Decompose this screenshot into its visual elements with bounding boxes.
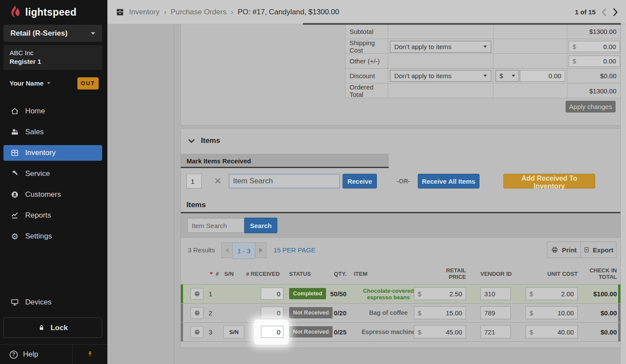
- sidebar-item-label: Settings: [25, 232, 52, 241]
- hammer-icon: [10, 169, 19, 178]
- results-count: 3 Results: [188, 238, 215, 262]
- table-row: 2 Not Received 0/20 Bag of coffee $ $: [181, 303, 620, 322]
- po-pager-count: 1 of 15: [575, 8, 596, 16]
- column-header-qty[interactable]: QTY.: [329, 263, 346, 284]
- person-icon: [10, 190, 19, 199]
- register-name: Register 1: [10, 57, 96, 66]
- discount-unit-select[interactable]: $: [496, 70, 519, 82]
- sort-caret-icon: [210, 272, 213, 275]
- pin-sidebar-button[interactable]: [73, 350, 107, 359]
- collapse-chevron-icon[interactable]: [188, 139, 195, 143]
- items-table-body: 1 Completed 50/50 Chocolate-covered espr…: [181, 284, 620, 342]
- row-print-button[interactable]: [190, 307, 203, 319]
- received-quantity-input[interactable]: [261, 326, 283, 338]
- row-number: 3: [209, 323, 212, 341]
- sidebar-item-label: Devices: [25, 298, 51, 307]
- vertical-scrollbar[interactable]: [621, 24, 626, 364]
- inventory-drawer-icon: [115, 7, 125, 17]
- items-search-input[interactable]: [187, 218, 244, 233]
- add-received-to-inventory-button[interactable]: Add Received To Inventory: [503, 174, 595, 189]
- sidebar-item-devices[interactable]: Devices: [3, 295, 102, 310]
- sidebar-item-customers[interactable]: Customers: [3, 187, 102, 202]
- column-header-retail-price[interactable]: RETAIL PRICE: [443, 263, 466, 284]
- user-name-label: Your Name: [10, 79, 43, 87]
- apply-changes-button[interactable]: Apply changes: [566, 101, 616, 113]
- retail-price-input[interactable]: [421, 287, 466, 300]
- sidebar-item-label: Sales: [25, 128, 44, 136]
- discount-amount-input[interactable]: [520, 70, 565, 82]
- subtotal-row: Subtotal $1300.00: [346, 24, 620, 39]
- content-area: Subtotal $1300.00 Shipping Cost Don’t ap…: [107, 24, 626, 364]
- sidebar-item-sales[interactable]: Sales: [3, 124, 102, 140]
- receive-item-search-input[interactable]: [229, 174, 340, 189]
- column-header-unit-cost[interactable]: UNIT COST: [543, 263, 578, 284]
- sidebar-item-label: Home: [25, 107, 45, 116]
- lightspeed-logo[interactable]: lightspeed: [9, 4, 77, 20]
- column-header-status[interactable]: STATUS: [289, 263, 311, 284]
- lock-icon: [38, 324, 45, 331]
- sidebar: lightspeed Retail (R-Series) ABC Inc Reg…: [0, 0, 107, 364]
- column-header-number[interactable]: #: [216, 263, 219, 284]
- export-file-icon: x: [583, 246, 589, 254]
- chevron-down-icon: [483, 75, 487, 77]
- column-header-check-in-total[interactable]: CHECK IN TOTAL: [587, 263, 617, 284]
- totals-table: Subtotal $1300.00 Shipping Cost Don’t ap…: [345, 24, 620, 98]
- receive-quantity-input[interactable]: [186, 174, 202, 189]
- sidebar-item-inventory[interactable]: Inventory: [3, 145, 102, 161]
- serial-number-button[interactable]: S/N: [223, 325, 244, 338]
- discount-apply-select[interactable]: Don’t apply to items: [390, 70, 491, 82]
- print-button[interactable]: Print: [547, 242, 581, 258]
- receive-all-items-button[interactable]: Receive All Items: [418, 174, 479, 189]
- retail-price-input[interactable]: [421, 306, 466, 319]
- triangle-left-icon: [225, 248, 229, 253]
- pager-range[interactable]: 1 - 3: [233, 242, 255, 259]
- previous-po-chevron-icon[interactable]: [601, 7, 607, 17]
- clock-out-button[interactable]: OUT: [77, 77, 99, 89]
- shipping-amount-field[interactable]: $ 0.00: [569, 41, 620, 52]
- pager-next-button[interactable]: [255, 242, 266, 258]
- currency-symbol: $: [526, 328, 533, 336]
- product-selector[interactable]: Retail (R-Series): [3, 25, 102, 42]
- help-button[interactable]: ? Help: [0, 350, 72, 359]
- pager-previous-button[interactable]: [221, 242, 233, 258]
- retail-price-input[interactable]: [421, 325, 466, 338]
- column-header-received[interactable]: # RECEIVED: [246, 263, 280, 284]
- breadcrumb-purchase-orders[interactable]: Purchase Orders: [171, 8, 227, 17]
- row-status-stripe: [618, 285, 620, 303]
- account-box[interactable]: ABC Inc Register 1: [3, 45, 102, 70]
- chevron-down-icon: [47, 82, 50, 84]
- other-amount: 0.00: [603, 57, 619, 65]
- topbar: Inventory › Purchase Orders › PO: #17, C…: [107, 0, 626, 24]
- app-root: lightspeed Retail (R-Series) ABC Inc Reg…: [0, 0, 626, 364]
- row-print-button[interactable]: [190, 326, 203, 338]
- shipping-apply-select[interactable]: Don’t apply to items: [390, 41, 491, 53]
- vendor-id-input[interactable]: [480, 306, 511, 319]
- check-in-total: $100.00: [563, 285, 617, 303]
- user-menu[interactable]: Your Name: [10, 79, 50, 87]
- export-button[interactable]: x Export: [580, 242, 616, 258]
- received-quantity-input[interactable]: [261, 288, 283, 300]
- items-search-button[interactable]: Search: [244, 218, 277, 233]
- next-po-chevron-icon[interactable]: [613, 7, 618, 17]
- sidebar-item-home[interactable]: Home: [3, 103, 102, 119]
- received-quantity-input[interactable]: [261, 307, 283, 319]
- page-left-border: [174, 24, 174, 364]
- results-row: 3 Results 1 - 3 15 PER PAGE Print x: [181, 238, 620, 262]
- breadcrumb-separator: ›: [164, 8, 166, 17]
- or-label: -OR-: [393, 174, 414, 189]
- clear-icon[interactable]: ✕: [212, 174, 223, 189]
- sidebar-item-reports[interactable]: Reports: [3, 208, 102, 223]
- sidebar-item-settings[interactable]: ⚙ Settings: [3, 228, 102, 244]
- row-print-button[interactable]: [190, 288, 203, 300]
- other-amount-field[interactable]: $ 0.00: [569, 56, 620, 67]
- column-header-item[interactable]: ITEM: [354, 263, 367, 284]
- sidebar-item-service[interactable]: Service: [3, 166, 102, 182]
- receive-button[interactable]: Receive: [343, 174, 377, 189]
- lock-button[interactable]: Lock: [3, 318, 102, 338]
- per-page-link[interactable]: 15 PER PAGE: [273, 238, 315, 262]
- column-header-sn[interactable]: S/N: [224, 263, 234, 284]
- vendor-id-input[interactable]: [480, 287, 511, 300]
- vendor-id-input[interactable]: [480, 325, 511, 338]
- breadcrumb-inventory[interactable]: Inventory: [129, 8, 160, 17]
- column-header-vendor-id[interactable]: VENDOR ID: [480, 263, 512, 284]
